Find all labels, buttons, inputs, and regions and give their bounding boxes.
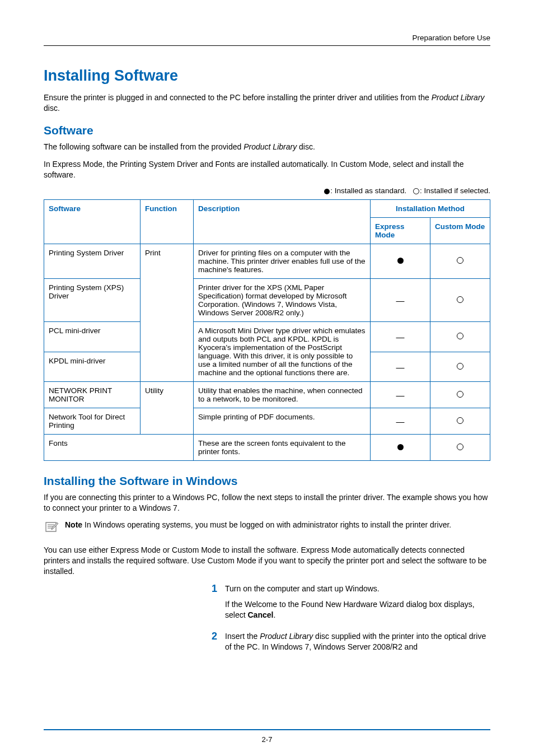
step-list: 1 Turn on the computer and start up Wind… [212,584,490,657]
cell-express: — [371,322,430,352]
legend-std: : Installed as standard. [330,186,409,195]
table-row: Fonts These are the screen fonts equival… [44,435,490,461]
table-row: Printing System (XPS) Driver Printer dri… [44,279,490,322]
intro-text-b: disc. [44,104,60,113]
cell-description: Simple printing of PDF documents. [194,408,371,435]
cell-function: Utility [140,382,194,435]
filled-circle-icon [324,189,330,194]
cell-custom [430,408,490,435]
legend: : Installed as standard. : Installed if … [44,186,490,195]
legend-sel: : Installed if selected. [420,186,490,195]
step-2-p1: Insert the Product Library disc supplied… [225,631,490,653]
th-custom: Custom Mode [430,218,490,244]
software-p2: In Express Mode, the Printing System Dri… [44,159,490,180]
cell-software: NETWORK PRINT MONITOR [44,382,140,408]
note-block: Note In Windows operating systems, you m… [44,520,490,537]
cell-custom [430,352,490,382]
cell-express: — [371,382,430,408]
header-rule [44,45,490,46]
cell-software: Printing System (XPS) Driver [44,279,140,322]
dash-icon: — [396,390,405,400]
cell-description: Utility that enables the machine, when c… [194,382,371,408]
dash-icon: — [396,417,405,426]
cell-function: Print [140,244,194,382]
th-software: Software [44,200,140,244]
step-2: 2 Insert the Product Library disc suppli… [212,631,490,657]
cell-express: — [371,408,430,435]
table-row: PCL mini-driver A Microsoft Mini Driver … [44,322,490,352]
dash-icon: — [396,332,405,342]
hollow-circle-icon [413,188,419,194]
install-p1: If you are connecting this printer to a … [44,492,490,514]
hollow-circle-icon [457,363,463,370]
hollow-circle-icon [457,444,463,450]
cell-custom [430,322,490,352]
software-p1a: The following software can be installed … [44,142,243,151]
hollow-circle-icon [457,417,463,424]
note-rest: In Windows operating systems, you must b… [82,520,451,529]
hollow-circle-icon [457,391,463,398]
table-row: NETWORK PRINT MONITOR Utility Utility th… [44,382,490,408]
step-2-p1-em: Product Library [260,632,313,641]
software-table: Software Function Description Installati… [44,199,490,461]
cell-custom [430,279,490,322]
step-1-p2b: Cancel [247,610,273,619]
software-p1b: disc. [297,142,315,151]
cell-express [371,244,430,279]
cell-description: These are the screen fonts equivalent to… [194,435,371,461]
intro-text-a: Ensure the printer is plugged in and con… [44,93,432,102]
step-2-p1a: Insert the [225,632,260,641]
cell-software: Printing System Driver [44,244,140,279]
hollow-circle-icon [457,257,463,264]
running-head: Preparation before Use [44,34,490,42]
dash-icon: — [396,296,405,305]
th-express: Express Mode [371,218,430,244]
note-bold: Note [65,520,82,529]
note-text: Note In Windows operating systems, you m… [65,520,451,529]
table-row: Printing System Driver Print Driver for … [44,244,490,279]
cell-description: A Microsoft Mini Driver type driver whic… [194,322,371,382]
software-p1: The following software can be installed … [44,142,490,152]
table-row: Network Tool for Direct Printing Simple … [44,408,490,435]
software-p1-em: Product Library [243,142,297,151]
section-title: Installing Software [44,67,490,85]
cell-software: Network Tool for Direct Printing [44,408,140,435]
cell-software: PCL mini-driver [44,322,140,352]
hollow-circle-icon [457,333,463,339]
cell-custom [430,382,490,408]
page-number: 2-7 [0,735,534,744]
step-1-p2c: . [273,610,275,619]
footer-rule [44,729,490,730]
th-function: Function [140,200,194,244]
cell-express: — [371,279,430,322]
hollow-circle-icon [457,296,463,303]
step-1-p2: If the Welcome to the Found New Hardware… [225,599,490,621]
filled-circle-icon [397,444,404,450]
cell-express: — [371,352,430,382]
cell-custom [430,435,490,461]
intro-paragraph: Ensure the printer is plugged in and con… [44,92,490,114]
cell-description: Printer driver for the XPS (XML Paper Sp… [194,279,371,322]
cell-express [371,435,430,461]
th-description: Description [194,200,371,244]
note-icon [44,521,59,537]
cell-software: KPDL mini-driver [44,352,140,382]
cell-custom [430,244,490,279]
cell-description: Driver for printing files on a computer … [194,244,371,279]
install-windows-heading: Installing the Software in Windows [44,474,490,488]
intro-italic: Product Library [432,93,485,102]
software-heading: Software [44,124,490,137]
th-method: Installation Method [371,200,490,218]
step-1-p1: Turn on the computer and start up Window… [225,584,490,595]
install-p2: You can use either Express Mode or Custo… [44,545,490,577]
dash-icon: — [396,362,405,372]
step-number: 1 [212,584,217,626]
step-1: 1 Turn on the computer and start up Wind… [212,584,490,626]
cell-software: Fonts [44,435,194,461]
step-number: 2 [212,631,217,657]
filled-circle-icon [397,258,404,264]
